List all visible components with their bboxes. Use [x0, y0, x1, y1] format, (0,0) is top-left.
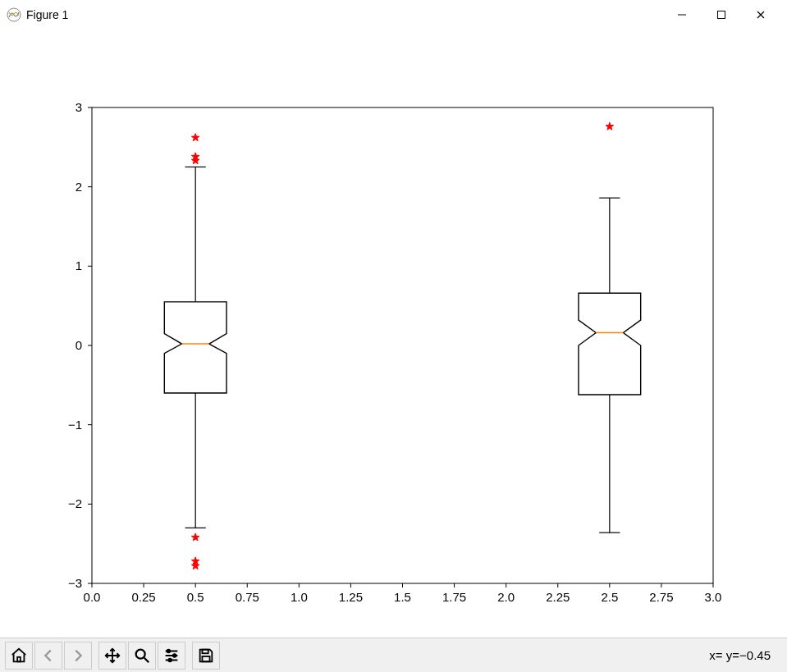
svg-text:0.0: 0.0 — [84, 590, 101, 604]
svg-text:1.0: 1.0 — [291, 590, 308, 604]
save-button[interactable] — [192, 642, 220, 670]
chart-area[interactable]: 0.00.250.50.751.01.251.51.752.02.252.52.… — [0, 30, 787, 638]
app-icon — [7, 7, 21, 22]
svg-text:3.0: 3.0 — [705, 590, 722, 604]
svg-text:0.5: 0.5 — [187, 590, 204, 604]
svg-text:0.75: 0.75 — [236, 590, 259, 604]
toolbar: x= y=−0.45 — [0, 638, 787, 672]
svg-text:−2: −2 — [68, 496, 82, 510]
boxplot-chart: 0.00.250.50.751.01.251.51.752.02.252.52.… — [0, 30, 787, 637]
svg-point-54 — [136, 649, 145, 658]
svg-text:2.75: 2.75 — [649, 590, 673, 604]
forward-button[interactable] — [64, 642, 92, 670]
svg-rect-59 — [202, 656, 209, 661]
svg-text:0: 0 — [75, 338, 82, 352]
svg-text:2: 2 — [75, 180, 82, 194]
cursor-coordinates: x= y=−0.45 — [709, 648, 782, 662]
svg-text:2.5: 2.5 — [601, 590, 618, 604]
svg-point-57 — [168, 658, 172, 661]
svg-text:1.75: 1.75 — [442, 590, 466, 604]
pan-button[interactable] — [98, 642, 126, 670]
home-button[interactable] — [5, 642, 33, 670]
svg-point-55 — [167, 649, 171, 652]
svg-text:2.25: 2.25 — [546, 590, 570, 604]
svg-text:0.25: 0.25 — [131, 590, 155, 604]
minimize-button[interactable] — [662, 2, 702, 28]
svg-rect-53 — [17, 656, 21, 661]
svg-text:−3: −3 — [68, 576, 82, 590]
svg-point-56 — [173, 654, 176, 657]
svg-text:1.25: 1.25 — [339, 590, 363, 604]
maximize-button[interactable] — [702, 2, 741, 28]
svg-text:3: 3 — [75, 100, 82, 114]
titlebar: Figure 1 — [0, 0, 787, 30]
zoom-button[interactable] — [128, 642, 156, 670]
svg-text:1.5: 1.5 — [394, 590, 411, 604]
back-button[interactable] — [34, 642, 62, 670]
svg-text:2.0: 2.0 — [497, 590, 515, 604]
close-button[interactable] — [741, 2, 780, 28]
window-controls — [662, 2, 780, 28]
svg-rect-58 — [202, 649, 208, 653]
svg-text:−1: −1 — [68, 418, 82, 432]
window-title: Figure 1 — [26, 8, 662, 21]
configure-button[interactable] — [158, 642, 185, 670]
svg-text:1: 1 — [75, 258, 82, 272]
svg-rect-1 — [718, 11, 725, 19]
